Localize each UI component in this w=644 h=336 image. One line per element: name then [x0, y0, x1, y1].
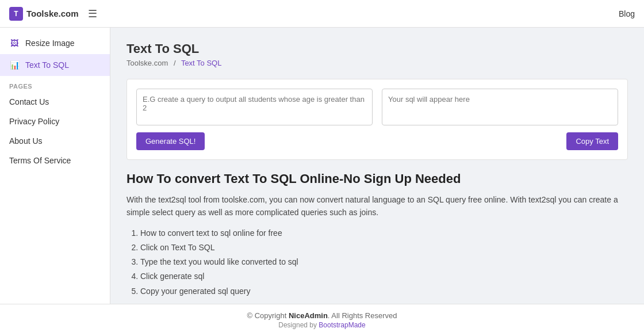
footer-designer: Designed by BootstrapMade	[7, 321, 637, 329]
pages-section-label: PAGES	[0, 76, 110, 92]
tool-inputs	[136, 89, 618, 125]
hamburger-menu[interactable]: ☰	[88, 7, 97, 20]
breadcrumb-separator: /	[174, 59, 176, 67]
page-title: Text To SQL	[126, 41, 628, 56]
steps-list: How to convert text to sql online for fr…	[140, 226, 628, 299]
sidebar-item-contact-us[interactable]: Contact Us	[0, 92, 110, 112]
copyright-text: © Copyright	[247, 311, 288, 320]
tool-actions: Generate SQL! Copy Text	[136, 132, 618, 150]
main-content: Text To SQL Toolske.com / Text To SQL Ge…	[110, 28, 644, 304]
breadcrumb-home[interactable]: Toolske.com	[126, 59, 168, 67]
article-body: With the text2sql tool from toolske.com,…	[126, 193, 628, 219]
sql-icon: 📊	[9, 60, 20, 70]
sidebar: 🖼 Resize Image 📊 Text To SQL PAGES Conta…	[0, 28, 110, 304]
site-logo[interactable]: T Toolske.com	[9, 7, 79, 21]
sidebar-item-privacy-policy[interactable]: Privacy Policy	[0, 112, 110, 131]
article-title: How To convert Text To SQL Online-No Sig…	[126, 171, 628, 186]
sql-output[interactable]	[382, 89, 618, 125]
footer-copyright: © Copyright NiceAdmin. All Rights Reserv…	[7, 311, 637, 320]
list-item: Copy your generated sql query	[140, 284, 628, 299]
list-item: How to convert text to sql online for fr…	[140, 226, 628, 240]
generate-sql-button[interactable]: Generate SQL!	[136, 132, 205, 150]
designer-name[interactable]: BootstrapMade	[319, 321, 365, 329]
rights-text: . All Rights Reserved	[328, 311, 397, 320]
logo-icon: T	[9, 7, 23, 21]
tool-card: Generate SQL! Copy Text	[126, 79, 628, 160]
breadcrumb: Toolske.com / Text To SQL	[126, 59, 628, 67]
sidebar-item-label: Resize Image	[25, 39, 75, 48]
breadcrumb-current: Text To SQL	[181, 59, 222, 67]
list-item: Click generate sql	[140, 269, 628, 284]
list-item: Type the text you would like converted t…	[140, 255, 628, 269]
blog-nav-link[interactable]: Blog	[619, 9, 635, 18]
article: How To convert Text To SQL Online-No Sig…	[126, 171, 628, 299]
sidebar-item-label: Text To SQL	[25, 60, 69, 70]
footer: © Copyright NiceAdmin. All Rights Reserv…	[0, 304, 644, 336]
layout: 🖼 Resize Image 📊 Text To SQL PAGES Conta…	[0, 28, 644, 304]
image-icon: 🖼	[9, 38, 20, 48]
sidebar-item-resize-image[interactable]: 🖼 Resize Image	[0, 32, 110, 54]
list-item: Click on Text To SQL	[140, 240, 628, 255]
copy-text-button[interactable]: Copy Text	[566, 132, 618, 150]
sidebar-item-terms-of-service[interactable]: Terms Of Service	[0, 151, 110, 170]
sidebar-item-text-to-sql[interactable]: 📊 Text To SQL	[0, 54, 110, 76]
footer-brand: NiceAdmin	[289, 311, 328, 320]
logo-text: Toolske.com	[26, 9, 79, 18]
designed-by-text: Designed by	[278, 321, 319, 329]
sql-input[interactable]	[136, 89, 373, 125]
sidebar-item-about-us[interactable]: About Us	[0, 131, 110, 151]
header: T Toolske.com ☰ Blog	[0, 0, 644, 28]
